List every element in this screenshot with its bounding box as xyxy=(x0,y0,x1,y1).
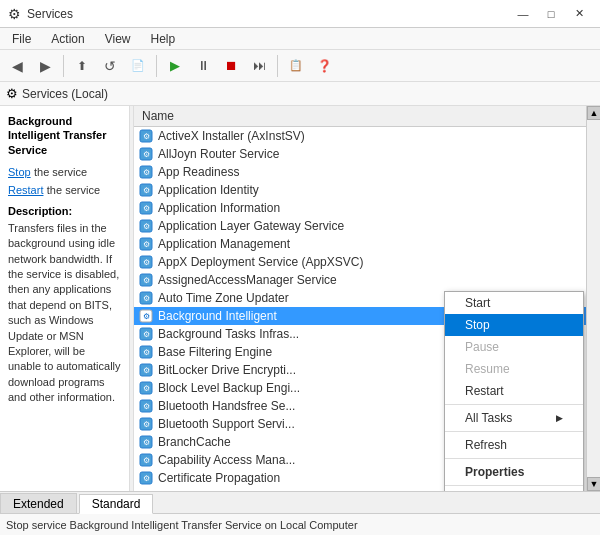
stop-link[interactable]: Stop xyxy=(8,166,31,178)
service-name: Capability Access Mana... xyxy=(158,453,295,467)
tab-standard[interactable]: Standard xyxy=(79,494,154,514)
service-name: Auto Time Zone Updater xyxy=(158,291,289,305)
submenu-arrow-icon: ▶ xyxy=(556,413,563,423)
context-menu-separator xyxy=(445,485,583,486)
app-icon: ⚙ xyxy=(8,6,21,22)
service-row[interactable]: ⚙ ActiveX Installer (AxInstSV) xyxy=(134,127,586,145)
service-row[interactable]: ⚙ Application Information xyxy=(134,199,586,217)
services-header: Name xyxy=(134,106,586,127)
scrollbar[interactable]: ▲ ▼ xyxy=(586,106,600,491)
status-text: Stop service Background Intelligent Tran… xyxy=(6,519,358,531)
toolbar: ◀ ▶ ⬆ ↺ 📄 ▶ ⏸ ⏹ ⏭ 📋 ❓ xyxy=(0,50,600,82)
restart-link[interactable]: Restart xyxy=(8,184,43,196)
scroll-down-button[interactable]: ▼ xyxy=(587,477,600,491)
minimize-button[interactable]: — xyxy=(510,4,536,24)
service-name: Base Filtering Engine xyxy=(158,345,272,359)
stop-text: the service xyxy=(34,166,87,178)
scroll-up-button[interactable]: ▲ xyxy=(587,106,600,120)
menu-file[interactable]: File xyxy=(4,30,39,48)
service-icon: ⚙ xyxy=(138,398,154,414)
refresh-button[interactable]: ↺ xyxy=(97,53,123,79)
service-icon: ⚙ xyxy=(138,326,154,342)
tab-extended[interactable]: Extended xyxy=(0,493,77,513)
back-button[interactable]: ◀ xyxy=(4,53,30,79)
service-icon: ⚙ xyxy=(138,344,154,360)
menu-bar: File Action View Help xyxy=(0,28,600,50)
service-name: Bluetooth Support Servi... xyxy=(158,417,295,431)
context-menu-item[interactable]: All Tasks▶ xyxy=(445,407,583,429)
svg-text:⚙: ⚙ xyxy=(143,312,150,321)
name-column-header: Name xyxy=(134,109,586,123)
svg-text:⚙: ⚙ xyxy=(143,420,150,429)
address-bar: ⚙ Services (Local) xyxy=(0,82,600,106)
svg-text:⚙: ⚙ xyxy=(143,276,150,285)
title-bar: ⚙ Services — □ ✕ xyxy=(0,0,600,28)
context-menu-separator xyxy=(445,404,583,405)
close-button[interactable]: ✕ xyxy=(566,4,592,24)
service-row[interactable]: ⚙ App Readiness xyxy=(134,163,586,181)
left-panel: Background Intelligent Transfer Service … xyxy=(0,106,130,491)
title-bar-controls: — □ ✕ xyxy=(510,4,592,24)
menu-action[interactable]: Action xyxy=(43,30,92,48)
context-menu-item[interactable]: Help xyxy=(445,488,583,491)
up-button[interactable]: ⬆ xyxy=(69,53,95,79)
service-name: Application Information xyxy=(158,201,280,215)
service-icon: ⚙ xyxy=(138,434,154,450)
service-icon: ⚙ xyxy=(138,470,154,486)
svg-text:⚙: ⚙ xyxy=(143,330,150,339)
service-name: BranchCache xyxy=(158,435,231,449)
maximize-button[interactable]: □ xyxy=(538,4,564,24)
service-name: Background Tasks Infras... xyxy=(158,327,299,341)
description-text: Transfers files in the background using … xyxy=(8,221,121,406)
service-row[interactable]: ⚙ AppX Deployment Service (AppXSVC) xyxy=(134,253,586,271)
svg-text:⚙: ⚙ xyxy=(143,384,150,393)
service-icon: ⚙ xyxy=(138,182,154,198)
pause-service-button[interactable]: ⏸ xyxy=(190,53,216,79)
service-row[interactable]: ⚙ AllJoyn Router Service xyxy=(134,145,586,163)
svg-text:⚙: ⚙ xyxy=(143,402,150,411)
svg-text:⚙: ⚙ xyxy=(143,438,150,447)
svg-text:⚙: ⚙ xyxy=(143,474,150,483)
service-row[interactable]: ⚙ Application Identity xyxy=(134,181,586,199)
service-icon: ⚙ xyxy=(138,290,154,306)
svg-text:⚙: ⚙ xyxy=(143,258,150,267)
context-menu-separator xyxy=(445,458,583,459)
forward-button[interactable]: ▶ xyxy=(32,53,58,79)
menu-help[interactable]: Help xyxy=(143,30,184,48)
help-button[interactable]: ❓ xyxy=(311,53,337,79)
service-name: Application Management xyxy=(158,237,290,251)
context-menu-item[interactable]: Properties xyxy=(445,461,583,483)
address-label: Services (Local) xyxy=(22,87,108,101)
toolbar-separator-2 xyxy=(156,55,157,77)
stop-service-button[interactable]: ⏹ xyxy=(218,53,244,79)
properties-button[interactable]: 📋 xyxy=(283,53,309,79)
service-icon: ⚙ xyxy=(138,218,154,234)
service-row[interactable]: ⚙ Application Management xyxy=(134,235,586,253)
service-row[interactable]: ⚙ AssignedAccessManager Service xyxy=(134,271,586,289)
context-menu-separator xyxy=(445,431,583,432)
main-content: Background Intelligent Transfer Service … xyxy=(0,106,600,491)
start-service-button[interactable]: ▶ xyxy=(162,53,188,79)
context-menu-item[interactable]: Stop xyxy=(445,314,583,336)
export-button[interactable]: 📄 xyxy=(125,53,151,79)
toolbar-separator-3 xyxy=(277,55,278,77)
restart-service-button[interactable]: ⏭ xyxy=(246,53,272,79)
context-menu-item[interactable]: Restart xyxy=(445,380,583,402)
service-name: Application Identity xyxy=(158,183,259,197)
service-icon: ⚙ xyxy=(138,416,154,432)
service-name: Block Level Backup Engi... xyxy=(158,381,300,395)
service-icon: ⚙ xyxy=(138,272,154,288)
scroll-track xyxy=(587,120,600,477)
stop-service-action: Stop the service xyxy=(8,165,121,179)
context-menu-item: Pause xyxy=(445,336,583,358)
service-icon: ⚙ xyxy=(138,146,154,162)
context-menu-item[interactable]: Start xyxy=(445,292,583,314)
status-bar: Stop service Background Intelligent Tran… xyxy=(0,513,600,535)
right-panel: Name ⚙ ActiveX Installer (AxInstSV) ⚙ Al… xyxy=(134,106,586,491)
service-row[interactable]: ⚙ Application Layer Gateway Service xyxy=(134,217,586,235)
menu-view[interactable]: View xyxy=(97,30,139,48)
service-icon: ⚙ xyxy=(138,362,154,378)
service-icon: ⚙ xyxy=(138,254,154,270)
service-name: App Readiness xyxy=(158,165,239,179)
context-menu-item[interactable]: Refresh xyxy=(445,434,583,456)
